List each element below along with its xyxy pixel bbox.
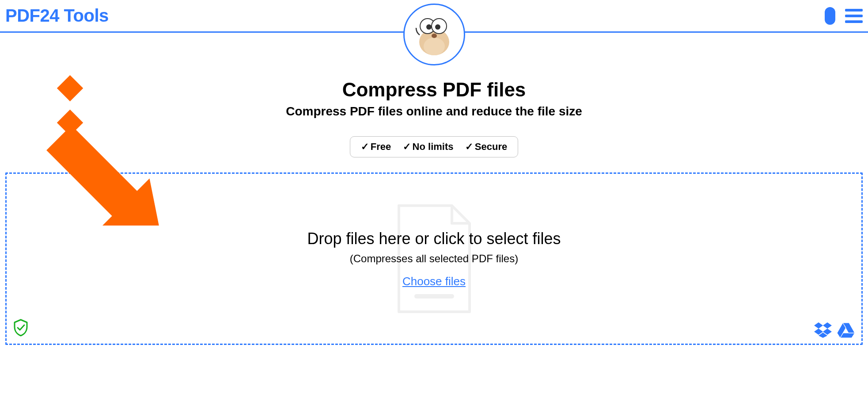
cloud-import-buttons (814, 321, 855, 338)
shield-check-icon (13, 319, 29, 337)
badge-free: Free (371, 141, 391, 152)
svg-rect-7 (414, 294, 454, 298)
brand-logo[interactable]: PDF24 Tools (5, 6, 109, 26)
dropbox-icon[interactable] (814, 321, 832, 338)
svg-point-4 (426, 24, 432, 30)
main-content: Compress PDF files Compress PDF files on… (0, 33, 868, 345)
page-subtitle: Compress PDF files online and reduce the… (0, 104, 868, 119)
dropzone-title: Drop files here or click to select files (307, 230, 561, 248)
dropzone-subtitle: (Compresses all selected PDF files) (350, 253, 518, 265)
file-dropzone[interactable]: Drop files here or click to select files… (5, 172, 863, 345)
mascot-avatar (403, 4, 465, 65)
badge-secure: Secure (475, 141, 507, 152)
svg-point-6 (432, 34, 437, 38)
google-drive-icon[interactable] (837, 321, 855, 338)
choose-files-link[interactable]: Choose files (402, 275, 466, 288)
scroll-indicator-icon[interactable] (825, 7, 835, 25)
sheep-mascot-icon (410, 10, 459, 59)
security-badge[interactable] (13, 319, 29, 338)
feature-badges: ✓Free ✓No limits ✓Secure (350, 136, 518, 157)
svg-point-1 (424, 38, 445, 55)
page-title: Compress PDF files (0, 79, 868, 101)
header-actions (825, 7, 863, 25)
menu-icon[interactable] (845, 9, 863, 23)
svg-point-5 (435, 24, 440, 30)
badge-nolimits: No limits (413, 141, 454, 152)
